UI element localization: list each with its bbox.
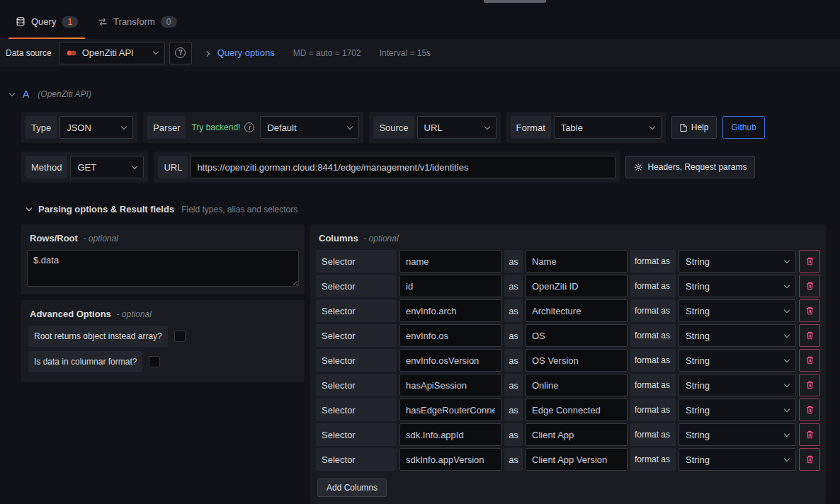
- add-columns-button[interactable]: Add Columns: [317, 479, 387, 497]
- info-circle-icon[interactable]: i: [244, 122, 254, 132]
- delete-column-button[interactable]: [799, 423, 820, 446]
- transform-icon: [98, 17, 108, 27]
- help-button-label: Help: [691, 122, 709, 132]
- column-alias-input[interactable]: [526, 374, 628, 396]
- transform-count-badge: 0: [161, 16, 177, 28]
- delete-column-button[interactable]: [799, 250, 820, 273]
- column-alias-input[interactable]: [526, 349, 628, 372]
- column-selector-input[interactable]: [399, 250, 501, 273]
- column-format-select[interactable]: String: [679, 399, 796, 421]
- github-button-label: Github: [731, 122, 756, 132]
- column-alias-input[interactable]: [526, 448, 628, 471]
- format-label: Format: [511, 116, 551, 139]
- parsing-options-header[interactable]: Parsing options & Result fields Field ty…: [27, 204, 840, 214]
- delete-column-button[interactable]: [799, 324, 820, 347]
- datasource-help-button[interactable]: ?: [169, 42, 192, 64]
- question-circle-icon: ?: [175, 47, 186, 58]
- help-button[interactable]: Help: [671, 116, 717, 139]
- delete-column-button[interactable]: [799, 399, 820, 421]
- tab-query-label: Query: [31, 16, 56, 27]
- selector-label: Selector: [316, 374, 397, 396]
- panel-drag-handle[interactable]: [484, 0, 546, 3]
- collapse-query-chevron-icon[interactable]: [9, 90, 15, 96]
- column-alias-input[interactable]: [526, 275, 628, 297]
- selector-label: Selector: [316, 324, 397, 347]
- column-selector-input[interactable]: [399, 374, 501, 396]
- format-as-label: format as: [630, 275, 676, 297]
- column-row: Selector as format as String: [316, 324, 820, 347]
- parser-select[interactable]: Default: [260, 116, 359, 139]
- try-backend-link[interactable]: Try backend!: [191, 122, 240, 132]
- column-format-select[interactable]: String: [679, 423, 796, 446]
- tab-transform[interactable]: Transform 0: [88, 4, 186, 39]
- rows-root-input[interactable]: $.data: [27, 250, 299, 287]
- column-selector-input[interactable]: [399, 299, 501, 322]
- column-format-select[interactable]: String: [679, 349, 796, 372]
- as-label: as: [504, 349, 523, 372]
- parsing-panels: Rows/Root - optional $.data Advanced Opt…: [21, 224, 826, 504]
- format-select-value: Table: [561, 122, 583, 133]
- column-format-select[interactable]: String: [679, 275, 796, 297]
- column-format-select[interactable]: String: [679, 448, 796, 471]
- chevron-down-icon: [784, 430, 790, 436]
- query-options-link[interactable]: Query options: [217, 47, 275, 58]
- datasource-picker[interactable]: OpenZiti API: [59, 42, 165, 64]
- github-button[interactable]: Github: [722, 116, 764, 139]
- column-row: Selector as format as String: [316, 374, 820, 396]
- parsing-options-title: Parsing options & Result fields: [38, 204, 174, 214]
- method-select[interactable]: GET: [70, 156, 144, 178]
- delete-column-button[interactable]: [799, 349, 820, 372]
- source-select[interactable]: URL: [417, 116, 496, 139]
- column-alias-input[interactable]: [526, 250, 628, 273]
- column-selector-input[interactable]: [399, 423, 501, 446]
- as-label: as: [504, 250, 523, 273]
- source-select-value: URL: [424, 122, 443, 133]
- column-format-select[interactable]: String: [679, 324, 796, 347]
- type-select[interactable]: JSON: [59, 116, 133, 139]
- chevron-down-icon: [784, 406, 790, 411]
- optional-hint: - optional: [84, 234, 118, 244]
- column-row: Selector as format as String: [316, 448, 820, 471]
- column-format-select[interactable]: String: [679, 374, 796, 396]
- column-alias-input[interactable]: [526, 299, 628, 322]
- format-field-group: Format Table: [506, 112, 666, 143]
- trash-icon: [806, 257, 814, 265]
- format-select[interactable]: Table: [554, 116, 662, 139]
- column-row: Selector as format as String: [316, 299, 820, 322]
- url-input[interactable]: [191, 156, 615, 178]
- column-alias-input[interactable]: [526, 423, 628, 446]
- format-select-value: String: [686, 281, 710, 292]
- column-format-select[interactable]: String: [679, 250, 796, 273]
- columnar-format-checkbox[interactable]: [149, 356, 160, 367]
- document-icon: [680, 123, 687, 132]
- root-returns-object-checkbox[interactable]: [174, 331, 186, 342]
- chevron-down-icon: [784, 331, 790, 337]
- column-row: Selector as format as String: [316, 423, 820, 446]
- delete-column-button[interactable]: [799, 275, 820, 297]
- delete-column-button[interactable]: [799, 374, 820, 396]
- optional-hint: - optional: [116, 309, 151, 319]
- headers-request-params-button[interactable]: Headers, Request params: [625, 156, 755, 178]
- trash-icon: [806, 331, 814, 340]
- columns-rows: Selector as format as String Selector as…: [316, 250, 820, 471]
- format-as-label: format as: [630, 299, 676, 322]
- parsing-options-subtitle: Field types, alias and selectors: [181, 205, 297, 214]
- parser-select-value: Default: [267, 122, 296, 133]
- column-format-select[interactable]: String: [679, 299, 796, 322]
- column-alias-input[interactable]: [526, 324, 628, 347]
- column-selector-input[interactable]: [399, 324, 501, 347]
- trash-icon: [806, 381, 814, 389]
- column-selector-input[interactable]: [399, 399, 501, 421]
- rows-root-panel: Rows/Root - optional $.data: [21, 224, 305, 294]
- as-label: as: [504, 324, 523, 347]
- column-selector-input[interactable]: [399, 349, 501, 372]
- column-selector-input[interactable]: [399, 275, 501, 297]
- chevron-down-icon: [649, 123, 655, 129]
- delete-column-button[interactable]: [799, 448, 820, 471]
- column-alias-input[interactable]: [526, 399, 628, 421]
- tab-query[interactable]: Query 1: [6, 4, 88, 39]
- query-header-row: A (OpenZiti API): [0, 85, 840, 103]
- column-selector-input[interactable]: [399, 448, 501, 471]
- column-row: Selector as format as String: [316, 250, 820, 273]
- delete-column-button[interactable]: [799, 299, 820, 322]
